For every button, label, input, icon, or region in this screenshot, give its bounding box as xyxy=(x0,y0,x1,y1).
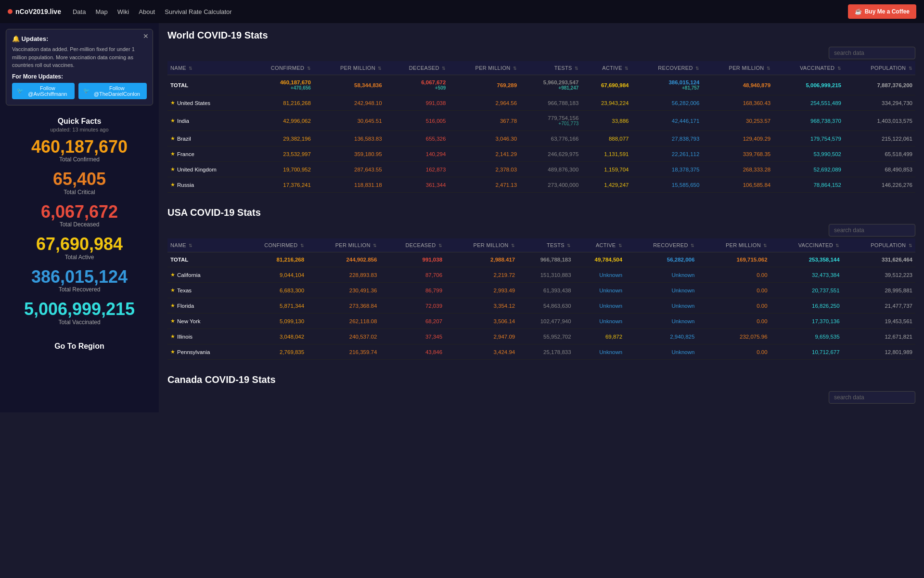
col-per-million1-usa[interactable]: PER MILLION ⇅ xyxy=(307,238,380,252)
navigation: nCoV2019.live Data Map Wiki About Surviv… xyxy=(0,0,924,23)
usa-table-header: NAME ⇅ CONFIRMED ⇅ PER MILLION ⇅ DECEASE… xyxy=(167,238,915,252)
table-row: ★United States81,216,268242,948.10991,03… xyxy=(167,95,915,111)
table-row: ★Florida5,871,344273,368.8472,0393,354.1… xyxy=(167,298,915,314)
col-active-world[interactable]: ACTIVE ⇅ xyxy=(581,61,631,75)
canada-section: Canada COVID-19 Stats xyxy=(167,374,915,404)
nav-about[interactable]: About xyxy=(139,8,155,15)
buy-coffee-button[interactable]: ☕ Buy Me a Coffee xyxy=(848,4,916,19)
follow-buttons: 🐦 Follow @AviSchiffmann 🐦 Follow @TheDan… xyxy=(12,83,147,99)
col-population-world[interactable]: POPULATION ⇅ xyxy=(844,61,915,75)
col-recovered-world[interactable]: RECOVERED ⇅ xyxy=(632,61,703,75)
table-row: TOTAL81,216,268244,902.856991,0382,988.4… xyxy=(167,252,915,267)
col-per-million3-world[interactable]: PER MILLION ⇅ xyxy=(702,61,773,75)
nav-survival-rate[interactable]: Survival Rate Calculator xyxy=(165,8,231,15)
site-logo[interactable]: nCoV2019.live xyxy=(8,8,61,15)
quick-facts: Quick Facts updated: 13 minutes ago 460,… xyxy=(6,112,153,338)
col-active-usa[interactable]: ACTIVE ⇅ xyxy=(574,238,626,252)
world-section: World COVID-19 Stats NAME ⇅ CONFIRMED ⇅ … xyxy=(167,30,915,193)
nav-links: Data Map Wiki About Survival Rate Calcul… xyxy=(73,8,848,15)
total-vaccinated-label: Total Vaccinated xyxy=(6,319,153,326)
usa-table: NAME ⇅ CONFIRMED ⇅ PER MILLION ⇅ DECEASE… xyxy=(167,238,915,360)
quick-facts-updated: updated: 13 minutes ago xyxy=(6,127,153,132)
total-recovered-label: Total Recovered xyxy=(6,286,153,293)
page-layout: ✕ 🔔 Updates: Vaccination data added. Per… xyxy=(0,23,924,412)
total-critical-label: Total Critical xyxy=(6,189,153,196)
usa-search-input[interactable] xyxy=(829,224,915,236)
col-name-usa[interactable]: NAME ⇅ xyxy=(167,238,237,252)
follow-daniel-button[interactable]: 🐦 Follow @TheDanielConlon xyxy=(78,83,147,99)
canada-section-title: Canada COVID-19 Stats xyxy=(167,374,915,385)
table-row: ★Texas6,683,300230,491.3686,7992,993.496… xyxy=(167,283,915,298)
table-row: ★Illinois3,048,042240,537.0237,3452,947.… xyxy=(167,329,915,344)
col-recovered-usa[interactable]: RECOVERED ⇅ xyxy=(625,238,697,252)
canada-search-container xyxy=(167,391,915,404)
logo-text: nCoV2019.live xyxy=(15,8,61,15)
total-deceased-label: Total Deceased xyxy=(6,221,153,228)
table-row: ★Russia17,376,241118,831.18361,3442,471.… xyxy=(167,177,915,193)
logo-dot xyxy=(8,9,13,14)
table-row: ★United Kingdom19,700,952287,643.55162,8… xyxy=(167,162,915,177)
col-tests-usa[interactable]: TESTS ⇅ xyxy=(518,238,574,252)
col-vaccinated-usa[interactable]: VACCINATED ⇅ xyxy=(770,238,843,252)
table-row: ★France23,532,997359,180.95140,2942,141.… xyxy=(167,146,915,162)
canada-search-input[interactable] xyxy=(829,391,915,404)
go-to-region: Go To Region xyxy=(6,337,153,351)
nav-wiki[interactable]: Wiki xyxy=(117,8,129,15)
table-row: ★California9,044,104228,893.8387,7062,21… xyxy=(167,267,915,283)
col-confirmed-world[interactable]: CONFIRMED ⇅ xyxy=(245,61,314,75)
col-deceased-usa[interactable]: DECEASED ⇅ xyxy=(380,238,445,252)
coffee-icon: ☕ xyxy=(855,8,862,15)
col-per-million2-usa[interactable]: PER MILLION ⇅ xyxy=(445,238,518,252)
twitter-icon-2: 🐦 xyxy=(83,88,90,94)
update-title: 🔔 Updates: xyxy=(12,35,147,42)
total-recovered-number: 386,015,124 xyxy=(6,267,153,287)
total-confirmed-label: Total Confirmed xyxy=(6,156,153,163)
world-search-input[interactable] xyxy=(829,47,915,59)
twitter-icon-1: 🐦 xyxy=(17,88,24,94)
nav-data[interactable]: Data xyxy=(73,8,86,15)
col-population-usa[interactable]: POPULATION ⇅ xyxy=(843,238,915,252)
sidebar: ✕ 🔔 Updates: Vaccination data added. Per… xyxy=(0,23,159,412)
follow-avi-button[interactable]: 🐦 Follow @AviSchiffmann xyxy=(12,83,75,99)
total-confirmed-number: 460,187,670 xyxy=(6,137,153,157)
update-box: ✕ 🔔 Updates: Vaccination data added. Per… xyxy=(6,29,153,105)
col-tests-world[interactable]: TESTS ⇅ xyxy=(520,61,581,75)
main-content: World COVID-19 Stats NAME ⇅ CONFIRMED ⇅ … xyxy=(159,23,924,412)
total-critical-number: 65,405 xyxy=(6,170,153,189)
quick-facts-title: Quick Facts xyxy=(6,117,153,126)
col-per-million2-world[interactable]: PER MILLION ⇅ xyxy=(449,61,520,75)
nav-map[interactable]: Map xyxy=(95,8,107,15)
update-text: Vaccination data added. Per-million fixe… xyxy=(12,45,147,69)
usa-section: USA COVID-19 Stats NAME ⇅ CONFIRMED ⇅ PE… xyxy=(167,207,915,360)
total-active-label: Total Active xyxy=(6,254,153,261)
col-name-world[interactable]: NAME ⇅ xyxy=(167,61,245,75)
table-row: ★Brazil29,382,196136,583.83655,3263,046.… xyxy=(167,131,915,146)
update-more-label: For More Updates: xyxy=(12,73,147,80)
world-table: NAME ⇅ CONFIRMED ⇅ PER MILLION ⇅ DECEASE… xyxy=(167,61,915,193)
col-confirmed-usa[interactable]: CONFIRMED ⇅ xyxy=(237,238,308,252)
close-icon[interactable]: ✕ xyxy=(143,32,149,40)
table-row: ★India42,996,06230,645.51516,005367.7877… xyxy=(167,111,915,131)
go-region-title: Go To Region xyxy=(6,342,153,351)
col-per-million1-world[interactable]: PER MILLION ⇅ xyxy=(314,61,385,75)
table-row: ★New York5,099,130262,118.0868,2073,506.… xyxy=(167,314,915,329)
total-vaccinated-number: 5,006,999,215 xyxy=(6,300,153,319)
total-deceased-number: 6,067,672 xyxy=(6,202,153,222)
col-per-million3-usa[interactable]: PER MILLION ⇅ xyxy=(697,238,770,252)
col-vaccinated-world[interactable]: VACCINATED ⇅ xyxy=(773,61,844,75)
table-row: ★Pennsylvania2,769,835216,359.7443,8463,… xyxy=(167,344,915,360)
world-table-header: NAME ⇅ CONFIRMED ⇅ PER MILLION ⇅ DECEASE… xyxy=(167,61,915,75)
col-deceased-world[interactable]: DECEASED ⇅ xyxy=(385,61,449,75)
usa-section-title: USA COVID-19 Stats xyxy=(167,207,915,218)
total-active-number: 67,690,984 xyxy=(6,235,153,254)
table-row: TOTAL460,187,670+470,65658,344,8366,067,… xyxy=(167,75,915,95)
world-search-container xyxy=(167,47,915,59)
world-section-title: World COVID-19 Stats xyxy=(167,30,915,41)
usa-search-container xyxy=(167,224,915,236)
